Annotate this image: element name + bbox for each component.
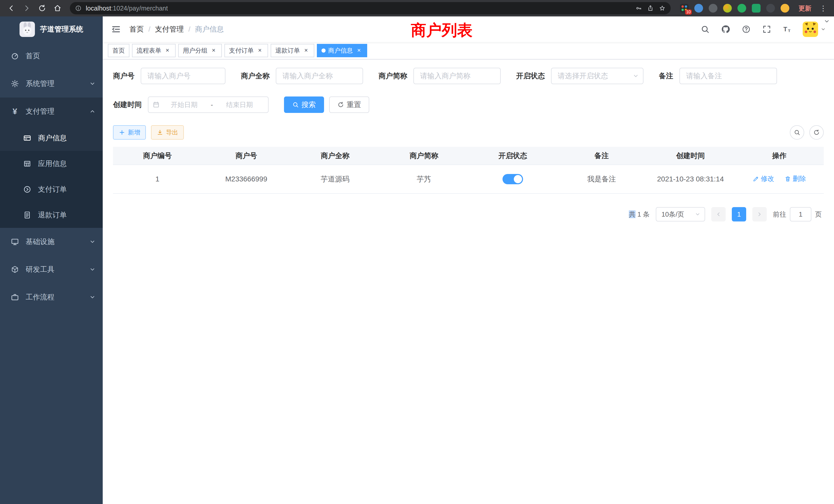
back-button[interactable] [5, 2, 18, 14]
help-icon[interactable] [741, 24, 751, 35]
toggle-search-button[interactable] [790, 125, 804, 140]
next-page-button[interactable] [752, 207, 767, 222]
yen-icon: ¥ [10, 107, 20, 116]
sidebar: 芋道管理系统 首页 系统管理 ¥ 支付管理 商户信息 [0, 17, 103, 504]
reset-button[interactable]: 重置 [329, 96, 369, 113]
logo-rabbit-avatar [20, 22, 35, 37]
short-name-input[interactable] [413, 68, 501, 84]
close-icon[interactable]: × [303, 47, 310, 54]
tab-home[interactable]: 首页 [108, 44, 129, 57]
start-date-placeholder[interactable]: 开始日期 [160, 100, 209, 109]
cell-create-time: 2021-10-23 08:31:14 [646, 165, 735, 193]
search-icon[interactable] [700, 24, 710, 35]
close-icon[interactable]: × [256, 47, 263, 54]
sidebar-item-workflow[interactable]: 工作流程 [0, 283, 103, 311]
pagination: 共 1 条 10条/页 1 前往 页 [113, 207, 824, 222]
page-number-1[interactable]: 1 [732, 207, 746, 222]
share-icon[interactable] [647, 5, 654, 12]
add-button[interactable]: 新增 [113, 125, 146, 140]
dark-pinwheel-extension-icon[interactable] [766, 4, 775, 13]
date-range-picker[interactable]: 开始日期 - 结束日期 [148, 96, 269, 113]
filter-row-1: 商户号 商户全称 商户简称 开启状态 请选择开启状态 [113, 68, 824, 84]
full-name-label: 商户全称 [241, 71, 270, 81]
bookmark-star-icon[interactable] [659, 5, 665, 12]
sidebar-item-merchant-info[interactable]: 商户信息 [0, 125, 103, 151]
chrome-update-button[interactable]: 更新 [795, 4, 814, 13]
green-check-extension-icon[interactable] [738, 4, 746, 13]
page-size-select[interactable]: 10条/页 [656, 207, 705, 222]
toolbar-overflow-chevron[interactable] [824, 17, 830, 26]
breadcrumb-home[interactable]: 首页 [129, 24, 144, 34]
font-size-icon[interactable] [782, 24, 792, 35]
gear-icon [10, 79, 20, 88]
cell-short-name: 芋艿 [379, 165, 468, 193]
blue-drop-extension-icon[interactable] [694, 4, 703, 13]
page-content: 商户号 商户全称 商户简称 开启状态 请选择开启状态 [103, 60, 834, 504]
fullscreen-icon[interactable] [762, 24, 772, 35]
user-avatar-menu[interactable] [803, 22, 826, 37]
address-bar[interactable]: localhost:1024/pay/merchant [70, 2, 671, 14]
sidebar-item-payment[interactable]: ¥ 支付管理 [0, 97, 103, 125]
prev-page-button[interactable] [711, 207, 726, 222]
close-icon[interactable]: × [355, 47, 363, 54]
edit-link[interactable]: 修改 [753, 174, 774, 183]
breadcrumb: 首页 / 支付管理 / 商户信息 [129, 24, 224, 34]
github-icon[interactable] [721, 24, 731, 35]
table-row: 1 M233666999 芋道源码 芋艿 我是备注 2021-10-23 08:… [113, 165, 824, 193]
col-short-name: 商户简称 [379, 147, 468, 165]
url-path: :1024/pay/merchant [111, 5, 168, 12]
goto-page-input[interactable] [790, 207, 811, 222]
password-key-icon[interactable] [635, 5, 642, 12]
tab-merchant-info[interactable]: 商户信息× [317, 44, 367, 57]
smiley-extension-icon[interactable] [781, 4, 789, 13]
avatar [803, 22, 818, 37]
sidebar-logo[interactable]: 芋道管理系统 [0, 17, 103, 42]
total-text: 共 1 条 [629, 210, 650, 219]
briefcase-icon [10, 293, 20, 302]
merchant-no-input[interactable] [141, 68, 225, 84]
col-status: 开启状态 [468, 147, 557, 165]
breadcrumb-payment[interactable]: 支付管理 [155, 24, 184, 34]
home-button[interactable] [51, 2, 64, 14]
extension-badge: 10 [685, 9, 692, 15]
tab-refund-order[interactable]: 退款订单× [271, 44, 314, 57]
download-icon [157, 129, 163, 136]
delete-link[interactable]: 删除 [785, 174, 806, 183]
remark-input[interactable] [679, 68, 777, 84]
full-name-input[interactable] [276, 68, 363, 84]
bank-card-icon [23, 134, 32, 143]
sidebar-item-devtools[interactable]: 研发工具 [0, 256, 103, 283]
status-toggle[interactable] [503, 174, 523, 184]
end-date-placeholder[interactable]: 结束日期 [215, 100, 264, 109]
sidebar-item-infrastructure[interactable]: 基础设施 [0, 228, 103, 256]
close-icon[interactable]: × [164, 47, 171, 54]
app-root: 芋道管理系统 首页 系统管理 ¥ 支付管理 商户信息 [0, 17, 834, 504]
hamburger-icon[interactable] [111, 24, 121, 35]
sidebar-item-refund-order[interactable]: 退款订单 [0, 202, 103, 228]
sidebar-item-app-info[interactable]: 应用信息 [0, 151, 103, 177]
green-sheet-extension-icon[interactable] [752, 4, 761, 13]
sidebar-item-system[interactable]: 系统管理 [0, 70, 103, 97]
tab-user-group[interactable]: 用户分组× [178, 44, 222, 57]
search-button[interactable]: 搜索 [284, 96, 324, 113]
url-text[interactable]: localhost:1024/pay/merchant [86, 5, 631, 12]
site-info-icon[interactable] [75, 5, 82, 12]
tab-counter-extension-icon[interactable]: 10 [680, 4, 689, 13]
col-full-name: 商户全称 [291, 147, 379, 165]
tab-process-form[interactable]: 流程表单× [132, 44, 176, 57]
status-select[interactable]: 请选择开启状态 [551, 68, 643, 84]
close-icon[interactable]: × [210, 47, 217, 54]
refresh-table-button[interactable] [809, 125, 824, 140]
tab-pay-order[interactable]: 支付订单× [224, 44, 268, 57]
export-button[interactable]: 导出 [151, 125, 184, 140]
sidebar-item-pay-order[interactable]: 支付订单 [0, 177, 103, 202]
chrome-menu-icon[interactable]: ⋮ [817, 4, 829, 13]
short-name-label: 商户简称 [378, 71, 407, 81]
forward-button[interactable] [21, 2, 33, 14]
gray-extension-icon[interactable] [709, 4, 718, 13]
tags-view-bar: 首页 流程表单× 用户分组× 支付订单× 退款订单× 商户信息× [103, 42, 834, 60]
reload-button[interactable] [36, 2, 48, 14]
cell-merchant-id: 1 [113, 165, 202, 193]
sidebar-item-home[interactable]: 首页 [0, 42, 103, 70]
avatar-extension-icon[interactable] [723, 4, 732, 13]
